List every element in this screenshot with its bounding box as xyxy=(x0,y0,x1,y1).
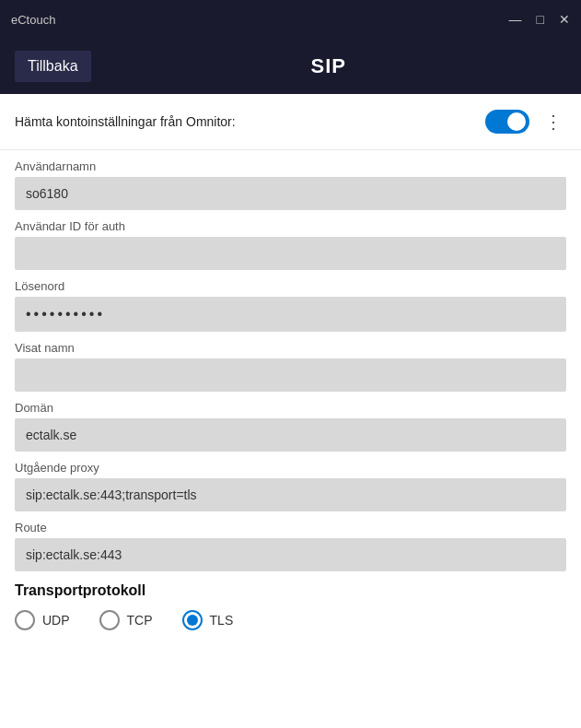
header-bar: Tillbaka SIP xyxy=(0,39,581,94)
field-group-2: Lösenord xyxy=(15,270,566,332)
fetch-settings-label: Hämta kontoinställningar från Omnitor: xyxy=(15,114,485,129)
transport-radio-group: UDPTCPTLS xyxy=(15,610,566,630)
transport-title: Transportprotokoll xyxy=(15,582,566,599)
radio-item-tcp[interactable]: TCP xyxy=(99,610,153,630)
field-label-6: Route xyxy=(15,511,566,538)
field-input-5[interactable] xyxy=(15,478,566,511)
field-label-4: Domän xyxy=(15,392,566,418)
field-input-0[interactable] xyxy=(15,177,566,210)
radio-label-tls: TLS xyxy=(210,613,234,628)
radio-label-udp: UDP xyxy=(42,613,70,628)
app-name: eCtouch xyxy=(11,13,55,27)
field-group-1: Användar ID för auth xyxy=(15,210,566,270)
field-label-5: Utgående proxy xyxy=(15,452,566,478)
app-window: eCtouch — □ ✕ Tillbaka SIP Hämta kontoin… xyxy=(0,0,581,728)
field-group-4: Domän xyxy=(15,392,566,452)
transport-section: Transportprotokoll UDPTCPTLS xyxy=(0,571,581,641)
radio-circle-udp xyxy=(15,610,35,630)
field-input-1[interactable] xyxy=(15,237,566,270)
field-input-3[interactable] xyxy=(15,358,566,392)
field-label-0: Användarnamn xyxy=(15,150,566,177)
content-area: Hämta kontoinställningar från Omnitor: ⋮… xyxy=(0,94,581,728)
form-section: AnvändarnamnAnvändar ID för authLösenord… xyxy=(0,150,581,571)
maximize-button[interactable]: □ xyxy=(537,13,544,26)
field-label-2: Lösenord xyxy=(15,270,566,297)
page-title: SIP xyxy=(91,54,566,78)
field-input-2[interactable] xyxy=(15,297,566,332)
minimize-button[interactable]: — xyxy=(509,13,522,26)
field-label-3: Visat namn xyxy=(15,332,566,358)
field-group-0: Användarnamn xyxy=(15,150,566,210)
radio-circle-tcp xyxy=(99,610,120,630)
field-input-6[interactable] xyxy=(15,538,566,571)
fetch-controls: ⋮ xyxy=(485,107,566,136)
field-group-3: Visat namn xyxy=(15,332,566,392)
fetch-toggle[interactable] xyxy=(485,110,529,134)
radio-item-tls[interactable]: TLS xyxy=(182,610,234,630)
window-controls: — □ ✕ xyxy=(509,13,570,26)
field-input-4[interactable] xyxy=(15,418,566,452)
more-options-button[interactable]: ⋮ xyxy=(540,107,566,136)
fetch-settings-row: Hämta kontoinställningar från Omnitor: ⋮ xyxy=(0,94,581,150)
close-button[interactable]: ✕ xyxy=(559,13,570,26)
field-label-1: Användar ID för auth xyxy=(15,210,566,237)
title-bar: eCtouch — □ ✕ xyxy=(0,0,581,39)
radio-item-udp[interactable]: UDP xyxy=(15,610,70,630)
radio-circle-tls xyxy=(182,610,203,630)
back-button[interactable]: Tillbaka xyxy=(15,51,91,82)
field-group-6: Route xyxy=(15,511,566,571)
field-group-5: Utgående proxy xyxy=(15,452,566,511)
radio-label-tcp: TCP xyxy=(127,613,153,628)
